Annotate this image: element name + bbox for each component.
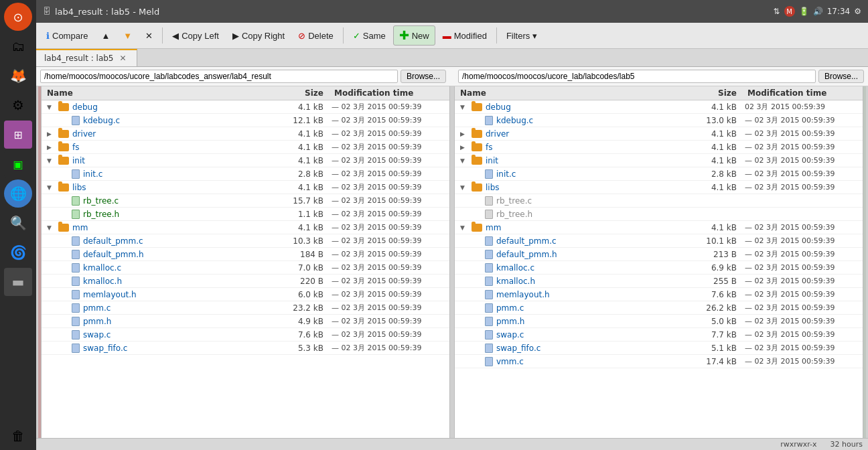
list-item[interactable]: kdebug.c 13.0 kB — 02 3月 2015 00:59:39	[455, 114, 863, 127]
list-item[interactable]: pmm.c 26.2 kB — 02 3月 2015 00:59:39	[455, 301, 863, 315]
file-name[interactable]: default_pmm.c	[496, 236, 557, 246]
list-item[interactable]: swap.c 7.7 kB — 02 3月 2015 00:59:39	[455, 328, 863, 342]
sidebar-icon-globe[interactable]: 🌐	[4, 179, 32, 208]
copy-right-button[interactable]: ▶ Copy Right	[226, 28, 291, 44]
tab-close-button[interactable]: ✕	[118, 53, 129, 64]
file-name[interactable]: memlayout.h	[83, 290, 137, 299]
file-name[interactable]: swap_fifo.c	[496, 344, 540, 353]
file-name[interactable]: init	[486, 156, 498, 165]
list-item[interactable]: kmalloc.c 7.0 kB — 02 3月 2015 00:59:39	[42, 261, 449, 275]
sidebar-icon-files[interactable]: 🗂	[4, 32, 32, 60]
list-item[interactable]: ▼ libs 4.1 kB — 02 3月 2015 00:59:39	[455, 181, 863, 194]
list-item[interactable]: kmalloc.h 255 B — 02 3月 2015 00:59:39	[455, 275, 863, 288]
list-item[interactable]: init.c 2.8 kB — 02 3月 2015 00:59:39	[42, 167, 449, 181]
toggle-icon[interactable]: ▶	[47, 131, 55, 137]
list-item[interactable]: kmalloc.h 220 B — 02 3月 2015 00:59:39	[42, 275, 449, 288]
sidebar-icon-screen[interactable]: ▬	[4, 268, 32, 296]
file-name[interactable]: mm	[486, 223, 501, 232]
list-item[interactable]: pmm.h 4.9 kB — 02 3月 2015 00:59:39	[42, 315, 449, 328]
toggle-icon[interactable]: ▼	[47, 184, 55, 191]
list-item[interactable]: default_pmm.c 10.3 kB — 02 3月 2015 00:59…	[42, 234, 449, 248]
file-name[interactable]: pmm.c	[496, 303, 524, 313]
list-item[interactable]: default_pmm.h 184 B — 02 3月 2015 00:59:3…	[42, 248, 449, 261]
list-item[interactable]: memlayout.h 6.0 kB — 02 3月 2015 00:59:39	[42, 288, 449, 301]
file-name[interactable]: debug	[72, 102, 98, 112]
list-item[interactable]: default_pmm.c 10.1 kB — 02 3月 2015 00:59…	[455, 234, 863, 248]
right-file-pane[interactable]: Name Size Modification time ▼ debug 4.1 …	[455, 86, 863, 438]
sidebar-icon-settings[interactable]: ⚙	[4, 91, 32, 119]
sidebar-icon-trash[interactable]: 🗑	[4, 422, 32, 450]
file-name[interactable]: pmm.c	[83, 303, 111, 313]
toggle-icon[interactable]: ▼	[47, 224, 55, 231]
list-item[interactable]: memlayout.h 7.6 kB — 02 3月 2015 00:59:39	[455, 288, 863, 301]
list-item[interactable]: ▼ init 4.1 kB — 02 3月 2015 00:59:39	[42, 154, 449, 167]
filters-button[interactable]: Filters ▾	[500, 28, 543, 44]
list-item[interactable]: ▶ fs 4.1 kB — 02 3月 2015 00:59:39	[42, 141, 449, 154]
list-item[interactable]: default_pmm.h 213 B — 02 3月 2015 00:59:3…	[455, 248, 863, 261]
list-item[interactable]: ▶ driver 4.1 kB — 02 3月 2015 00:59:39	[42, 127, 449, 141]
file-name[interactable]: rb_tree.c	[83, 196, 119, 206]
right-path-input[interactable]	[458, 70, 816, 83]
list-item[interactable]: rb_tree.c	[455, 194, 863, 208]
toggle-icon[interactable]: ▼	[460, 157, 468, 164]
list-item[interactable]: pmm.c 23.2 kB — 02 3月 2015 00:59:39	[42, 301, 449, 315]
up-button[interactable]: ▲	[95, 28, 116, 44]
file-name[interactable]: swap_fifo.c	[83, 344, 127, 353]
list-item[interactable]: ▶ fs 4.1 kB — 02 3月 2015 00:59:39	[455, 141, 863, 154]
file-name[interactable]: pmm.h	[496, 317, 524, 326]
file-name[interactable]: default_pmm.h	[83, 250, 144, 259]
file-name[interactable]: kdebug.c	[83, 116, 120, 125]
toggle-icon[interactable]: ▼	[47, 104, 55, 110]
list-item[interactable]: ▼ init 4.1 kB — 02 3月 2015 00:59:39	[455, 154, 863, 167]
down-button[interactable]: ▼	[117, 28, 138, 44]
list-item[interactable]: init.c 2.8 kB — 02 3月 2015 00:59:39	[455, 167, 863, 181]
file-name[interactable]: libs	[72, 183, 86, 192]
sidebar-icon-firefox[interactable]: 🦊	[4, 62, 32, 90]
file-name[interactable]: init.c	[496, 169, 516, 179]
list-item[interactable]: vmm.c 17.4 kB — 02 3月 2015 00:59:39	[455, 355, 863, 368]
new-button[interactable]: ✚ New	[393, 25, 435, 46]
left-file-pane[interactable]: Name Size Modification time ▼ debug 4.1 …	[42, 86, 449, 438]
file-name[interactable]: libs	[486, 183, 500, 192]
toggle-icon[interactable]: ▼	[460, 184, 468, 191]
list-item[interactable]: ▼ debug 4.1 kB — 02 3月 2015 00:59:39	[42, 100, 449, 114]
list-item[interactable]: rb_tree.c 15.7 kB — 02 3月 2015 00:59:39	[42, 194, 449, 208]
file-name[interactable]: default_pmm.h	[496, 250, 557, 259]
list-item[interactable]: swap_fifo.c 5.1 kB — 02 3月 2015 00:59:39	[455, 342, 863, 355]
list-item[interactable]: kdebug.c 12.1 kB — 02 3月 2015 00:59:39	[42, 114, 449, 127]
file-name[interactable]: swap.c	[496, 330, 524, 340]
file-name[interactable]: default_pmm.c	[83, 236, 143, 246]
toggle-icon[interactable]: ▶	[47, 144, 55, 151]
file-name[interactable]: memlayout.h	[496, 290, 550, 299]
file-name[interactable]: vmm.c	[496, 357, 524, 366]
list-item[interactable]: ▼ mm 4.1 kB — 02 3月 2015 00:59:39	[42, 221, 449, 234]
left-browse-button[interactable]: Browse...	[401, 70, 446, 83]
right-browse-button[interactable]: Browse...	[818, 70, 864, 83]
file-name[interactable]: kmalloc.h	[83, 277, 122, 286]
file-name[interactable]: init.c	[83, 169, 102, 179]
compare-button[interactable]: ℹ Compare	[40, 28, 94, 44]
list-item[interactable]: ▶ driver 4.1 kB — 02 3月 2015 00:59:39	[455, 127, 863, 141]
sidebar-icon-apps[interactable]: ⊞	[4, 121, 32, 149]
list-item[interactable]: swap_fifo.c 5.3 kB — 02 3月 2015 00:59:39	[42, 342, 449, 355]
toggle-icon[interactable]: ▼	[47, 157, 55, 164]
copy-left-button[interactable]: ◀ Copy Left	[166, 28, 225, 44]
sidebar-icon-swirl[interactable]: 🌀	[4, 238, 32, 267]
list-item[interactable]: swap.c 7.6 kB — 02 3月 2015 00:59:39	[42, 328, 449, 342]
file-name[interactable]: swap.c	[83, 330, 111, 340]
list-item[interactable]: rb_tree.h	[455, 208, 863, 221]
toggle-icon[interactable]: ▶	[460, 144, 468, 151]
stop-button[interactable]: ✕	[139, 28, 159, 44]
delete-button[interactable]: ⊘ Delete	[292, 28, 340, 44]
file-name[interactable]: driver	[72, 129, 96, 139]
toggle-icon[interactable]: ▼	[460, 104, 468, 110]
list-item[interactable]: ▼ debug 4.1 kB 02 3月 2015 00:59:39	[455, 100, 863, 114]
list-item[interactable]: ▼ libs 4.1 kB — 02 3月 2015 00:59:39	[42, 181, 449, 194]
file-name[interactable]: rb_tree.c	[496, 196, 532, 206]
file-name[interactable]: init	[72, 156, 85, 165]
sidebar-icon-ubuntu[interactable]: ⊙	[4, 3, 32, 31]
file-name[interactable]: kmalloc.h	[496, 277, 535, 286]
file-name[interactable]: debug	[486, 102, 511, 112]
file-name[interactable]: kmalloc.c	[83, 263, 121, 273]
toggle-icon[interactable]: ▼	[460, 224, 468, 231]
